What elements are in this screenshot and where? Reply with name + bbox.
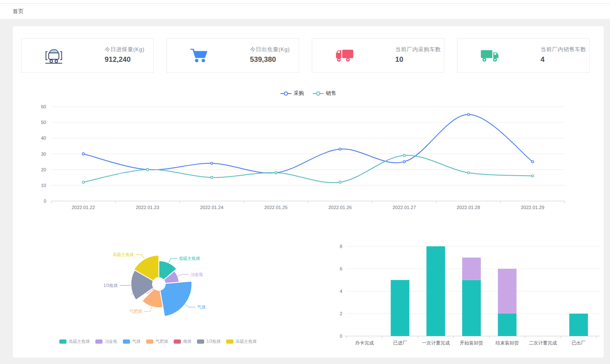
legend-label: 销售 <box>326 90 336 97</box>
data-point-销售 <box>211 176 213 179</box>
x-axis-label: 2022.01.24 <box>200 205 223 210</box>
pie-label-leader <box>185 304 196 307</box>
mine-cart-icon <box>44 46 64 66</box>
card-label: 当前厂内采购车数 <box>395 46 441 53</box>
x-axis-label: 2022.01.22 <box>72 205 95 210</box>
coal-type-pie-chart: 低硫主焦煤冶金焦气煤气肥煤瘦煤1/3焦煤高硫主焦煤 低硫主焦煤冶金焦气煤气肥煤瘦… <box>13 238 309 358</box>
bar-segment-一次计量完成-s0[interactable] <box>427 246 445 336</box>
data-point-销售 <box>403 154 405 157</box>
pie-chart-svg: 低硫主焦煤冶金焦气煤气肥煤瘦煤1/3焦煤高硫主焦煤 <box>13 238 309 337</box>
y-axis-label: 0 <box>44 199 46 204</box>
y-axis-label: 30 <box>41 152 46 157</box>
pie-chart-legend: 低硫主焦煤冶金焦气煤气肥煤瘦煤1/3焦煤高硫主焦煤 <box>59 339 257 345</box>
truck-purchase-icon <box>334 46 355 66</box>
pie-legend-item-高硫主焦煤[interactable]: 高硫主焦煤 <box>226 339 257 345</box>
data-point-采购 <box>532 160 534 163</box>
pie-legend-item-气煤[interactable]: 气煤 <box>123 339 141 345</box>
legend-swatch <box>226 339 233 344</box>
legend-label: 瘦煤 <box>183 339 191 345</box>
bar-segment-已进厂-s0[interactable] <box>391 280 409 336</box>
legend-swatch <box>123 339 130 344</box>
breadcrumb-home[interactable]: 首页 <box>13 8 24 15</box>
legend-label: 1/3焦煤 <box>206 339 221 345</box>
x-axis-label: 2022.01.27 <box>393 205 416 210</box>
pie-legend-item-冶金焦[interactable]: 冶金焦 <box>95 339 117 345</box>
data-point-销售 <box>82 181 84 183</box>
dashboard-panel: 今日进煤量(Kg) 912,240 今日出焦量(Kg) 539,380 <box>13 26 604 358</box>
legend-swatch <box>174 339 181 344</box>
bar-segment-开始装卸货-s1[interactable] <box>462 258 481 280</box>
legend-item-销售[interactable]: 销售 <box>313 90 336 97</box>
legend-swatch <box>197 339 204 344</box>
pie-legend-item-气肥煤[interactable]: 气肥煤 <box>146 339 168 345</box>
card-value: 4 <box>541 55 586 64</box>
card-value: 10 <box>395 55 441 64</box>
x-axis-label: 2022.01.28 <box>457 205 480 210</box>
card-value: 912,240 <box>105 55 144 64</box>
y-axis-label: 40 <box>41 135 46 141</box>
x-axis-label: 2022.01.26 <box>328 205 352 210</box>
pie-label-leader <box>177 274 189 276</box>
line-series-采购 <box>83 115 533 173</box>
data-point-销售 <box>532 175 534 177</box>
legend-line-icon <box>280 91 291 96</box>
y-axis-label: 10 <box>41 183 46 188</box>
data-point-采购 <box>211 162 213 164</box>
pie-label-leader <box>144 306 152 312</box>
data-point-销售 <box>467 172 469 174</box>
y-axis-label: 2 <box>340 311 342 316</box>
data-point-采购 <box>339 148 341 150</box>
y-axis-label: 0 <box>340 334 342 339</box>
stat-cards-row: 今日进煤量(Kg) 912,240 今日出焦量(Kg) 539,380 <box>21 38 590 73</box>
bar-segment-开始装卸货-s0[interactable] <box>462 280 481 336</box>
y-axis-label: 6 <box>340 266 342 271</box>
bar-segment-结束装卸货-s1[interactable] <box>498 269 516 314</box>
legend-swatch <box>95 339 103 344</box>
y-axis-label: 20 <box>41 167 46 172</box>
card-purchase-trucks: 当前厂内采购车数 10 <box>312 38 444 73</box>
truck-status-bar-chart: 02468办卡完成已进厂一次计量完成开始装卸货结束装卸货二次计量完成已出厂 <box>326 236 604 356</box>
bar-segment-已出厂-s0[interactable] <box>569 314 588 336</box>
data-point-采购 <box>403 160 405 163</box>
x-axis-label: 结束装卸货 <box>496 340 519 345</box>
x-axis-label: 办卡完成 <box>355 340 374 345</box>
legend-swatch <box>59 339 67 344</box>
x-axis-label: 2022.01.23 <box>136 205 159 210</box>
legend-label: 高硫主焦煤 <box>236 339 257 345</box>
pie-legend-item-1/3焦煤[interactable]: 1/3焦煤 <box>197 339 221 345</box>
x-axis-label: 2022.01.25 <box>264 205 288 210</box>
truck-sales-icon <box>480 46 500 66</box>
x-axis-label: 已出厂 <box>571 340 585 345</box>
legend-label: 采购 <box>294 90 304 97</box>
legend-label: 气肥煤 <box>155 339 168 345</box>
pie-slice-label: 高硫主焦煤 <box>113 252 134 257</box>
y-axis-label: 60 <box>41 104 46 109</box>
breadcrumb: 首页 <box>0 4 610 19</box>
pie-legend-item-低硫主焦煤[interactable]: 低硫主焦煤 <box>59 339 90 345</box>
x-axis-label: 开始装卸货 <box>460 340 483 345</box>
pie-slice-label: 低硫主焦煤 <box>179 256 200 261</box>
y-axis-label: 8 <box>340 244 342 249</box>
legend-label: 冶金焦 <box>105 339 117 345</box>
legend-label: 低硫主焦煤 <box>69 339 90 345</box>
legend-line-icon <box>313 91 324 96</box>
line-chart-svg: 01020304050602022.01.222022.01.232022.01… <box>13 85 604 220</box>
pie-legend-item-瘦煤[interactable]: 瘦煤 <box>174 339 191 345</box>
pie-label-leader <box>119 285 131 286</box>
purchase-sales-line-chart: 01020304050602022.01.222022.01.232022.01… <box>13 85 604 220</box>
x-axis-label: 一次计量完成 <box>422 340 450 345</box>
pie-slice-label: 气煤 <box>197 305 205 309</box>
y-axis-label: 50 <box>41 120 46 125</box>
top-tab-strip <box>0 0 610 4</box>
bar-segment-结束装卸货-s0[interactable] <box>498 314 516 336</box>
x-axis-label: 二次计量完成 <box>529 340 557 345</box>
data-point-采购 <box>82 153 84 155</box>
card-sales-trucks: 当前厂内销售车数 4 <box>457 38 590 73</box>
line-chart-legend: 采购销售 <box>13 90 604 97</box>
card-label: 当前厂内销售车数 <box>541 46 586 53</box>
legend-swatch <box>146 339 153 344</box>
data-point-销售 <box>147 168 149 171</box>
card-label: 今日进煤量(Kg) <box>105 46 144 53</box>
legend-item-采购[interactable]: 采购 <box>280 90 304 97</box>
data-point-采购 <box>467 113 469 116</box>
